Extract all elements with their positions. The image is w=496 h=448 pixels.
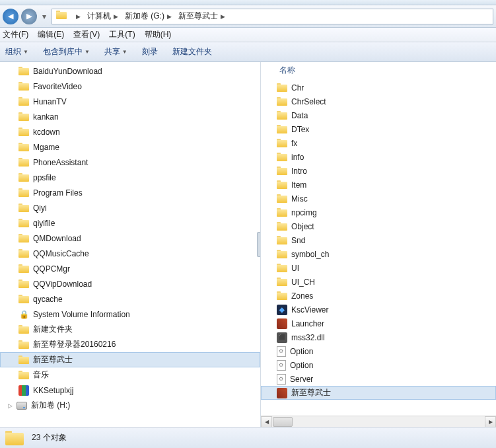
tree-item[interactable]: qiyifile [0,215,260,231]
menu-file[interactable]: 文件(F) [3,29,28,40]
include-in-library-button[interactable]: 包含到库中▼ [43,46,90,57]
tree-item-label: qiyifile [33,219,55,228]
tree-item[interactable]: KKSetuplxjj [0,383,260,398]
tree-item[interactable]: QQMusicCache [0,246,260,261]
folder-icon [18,264,29,273]
tree-item[interactable]: 🔒System Volume Information [0,307,260,322]
file-item[interactable]: npcimg [261,205,496,219]
file-item-label: fx [291,139,297,148]
breadcrumb-seg[interactable]: 新至尊武士▶ [176,9,229,23]
folder-icon [277,194,287,203]
file-item-label: DTex [291,125,309,134]
file-item[interactable]: info [261,150,496,164]
folder-icon [277,83,287,92]
folder-icon [18,280,29,288]
scroll-right-arrow[interactable]: ▶ [485,416,496,428]
file-item[interactable]: ⬛mss32.dll [261,330,496,344]
file-item[interactable]: UI_CH [261,275,496,289]
file-item-label: Server [290,375,313,384]
nav-history-dropdown[interactable]: ▾ [40,12,49,21]
file-item-label: Intro [291,167,307,176]
tree-item[interactable]: 音乐 [0,367,260,383]
file-item[interactable]: Data [261,108,496,122]
tree-item[interactable]: FavoriteVideo [0,79,260,94]
file-list-pane[interactable]: 名称 ChrChrSelectDataDTexfxinfoIntroItemMi… [261,62,496,427]
tree-item-drive[interactable]: ▷新加卷 (H:) [0,398,260,413]
file-item[interactable]: 新至尊武士 [261,386,496,400]
file-item[interactable]: Object [261,219,496,233]
expand-arrow-icon[interactable]: ▷ [8,402,13,409]
splitter-handle[interactable] [256,62,260,427]
file-item[interactable]: Option [261,344,496,358]
folder-icon [18,143,29,151]
file-item[interactable]: ◆KscViewer [261,303,496,317]
tree-item[interactable]: ppsfile [0,170,260,185]
tree-item[interactable]: kankan [0,109,260,124]
folder-icon [18,219,29,227]
file-item[interactable]: symbol_ch [261,247,496,261]
file-item[interactable]: DTex [261,122,496,136]
file-item[interactable]: ChrSelect [261,94,496,108]
tree-item[interactable]: kcdown [0,124,260,139]
tree-item[interactable]: 新至尊武士 [0,352,260,367]
menu-help[interactable]: 帮助(H) [145,29,172,40]
scroll-left-arrow[interactable]: ◀ [261,416,272,428]
organize-button[interactable]: 组织▼ [5,46,28,57]
file-item[interactable]: Misc [261,192,496,205]
scroll-track[interactable] [272,416,485,427]
file-item[interactable]: Launcher [261,317,496,330]
file-item-label: symbol_ch [291,250,329,259]
tree-item[interactable]: QQVipDownload [0,276,260,291]
file-item[interactable]: Zones [261,289,496,303]
tree-item-label: 新加卷 (H:) [31,400,70,411]
file-item[interactable]: fx [261,136,496,150]
tree-item[interactable]: qycache [0,291,260,307]
folder-icon [277,180,287,189]
tree-item-label: ppsfile [33,173,56,182]
breadcrumb-bar[interactable]: ▶ 计算机▶ 新加卷 (G:)▶ 新至尊武士▶ [52,9,493,24]
app-icon [277,388,287,398]
back-button[interactable]: ◀ [3,9,18,24]
file-item-label: UI [291,264,299,273]
tree-item[interactable]: 新至尊登录器20160216 [0,337,260,352]
config-file-icon [277,374,286,385]
tree-item[interactable]: QQPCMgr [0,261,260,276]
file-item[interactable]: Snd [261,233,496,247]
tree-item-label: Mgame [33,143,59,152]
file-item[interactable]: Chr [261,81,496,94]
breadcrumb-seg[interactable]: ▶ [71,12,85,21]
file-item[interactable]: Option [261,358,496,372]
breadcrumb-seg[interactable]: 新加卷 (G:)▶ [122,9,176,23]
tree-item[interactable]: PhoneAssistant [0,155,260,170]
menu-edit[interactable]: 编辑(E) [38,29,64,40]
tree-item[interactable]: BaiduYunDownload [0,63,260,79]
file-item[interactable]: Item [261,178,496,192]
tree-item[interactable]: Mgame [0,139,260,155]
folder-icon [277,278,287,286]
tree-item[interactable]: QMDownload [0,231,260,246]
tree-item-label: System Volume Information [33,310,130,319]
menu-view[interactable]: 查看(V) [73,29,100,40]
horizontal-scrollbar[interactable]: ◀ ▶ [261,416,496,427]
folder-icon [277,97,287,106]
burn-button[interactable]: 刻录 [142,46,158,57]
forward-button[interactable]: ▶ [21,9,37,24]
file-item[interactable]: UI [261,261,496,275]
tree-item-label: QQVipDownload [33,280,92,289]
navigation-tree[interactable]: BaiduYunDownloadFavoriteVideoHunanTVkank… [0,62,261,427]
tree-item[interactable]: HunanTV [0,94,260,109]
tree-item[interactable]: 新建文件夹 [0,322,260,337]
file-item[interactable]: Intro [261,164,496,178]
file-item-label: Object [291,222,314,231]
new-folder-button[interactable]: 新建文件夹 [172,46,212,57]
tree-item[interactable]: Program Files [0,185,260,200]
share-button[interactable]: 共享▼ [104,46,127,57]
breadcrumb-seg[interactable]: 计算机▶ [85,9,122,23]
file-item[interactable]: Server [261,372,496,386]
tree-item[interactable]: Qiyi [0,200,260,215]
tree-item-label: Program Files [33,188,83,198]
dll-icon: ⬛ [277,332,287,343]
scroll-thumb[interactable] [273,417,293,427]
menu-tools[interactable]: 工具(T) [109,29,135,40]
column-header-name[interactable]: 名称 [279,65,295,76]
